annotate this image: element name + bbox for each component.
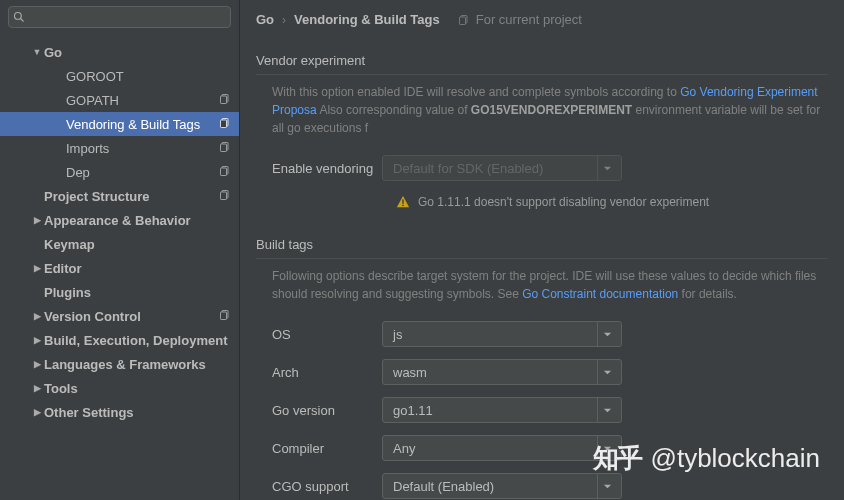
chevron-down-icon [597,360,617,384]
gover-label: Go version [272,403,382,418]
svg-rect-3 [221,96,227,104]
svg-rect-15 [459,17,465,25]
tree-item-imports[interactable]: Imports [0,136,239,160]
project-scope-icon [213,141,231,156]
breadcrumb: Go › Vendoring & Build Tags For current … [240,0,844,39]
arch-value: wasm [393,365,591,380]
tree-item-dep[interactable]: Dep [0,160,239,184]
tree-item-label: GOROOT [66,69,231,84]
cgo-value: Default (Enabled) [393,479,591,494]
tree-arrow-icon: ▶ [30,383,44,393]
env-var-name: GO15VENDOREXPERIMENT [471,103,632,117]
chevron-down-icon [597,322,617,346]
search-icon [13,11,25,23]
svg-rect-13 [221,312,227,320]
tree-item-keymap[interactable]: Keymap [0,232,239,256]
project-scope-icon [213,309,231,324]
chevron-down-icon [597,156,617,180]
tree-item-gopath[interactable]: GOPATH [0,88,239,112]
tree-item-goroot[interactable]: GOROOT [0,64,239,88]
cgo-label: CGO support [272,479,382,494]
arch-select[interactable]: wasm [382,359,622,385]
tree-arrow-icon: ▼ [30,47,44,57]
tree-item-label: Keymap [44,237,231,252]
buildtags-help: Following options describe target system… [256,267,828,315]
tree-item-label: GOPATH [66,93,213,108]
enable-vendoring-select[interactable]: Default for SDK (Enabled) [382,155,622,181]
gover-value: go1.11 [393,403,591,418]
vendor-help-text2: Also corresponding value of [317,103,471,117]
tree-item-label: Project Structure [44,189,213,204]
tree-item-languages-frameworks[interactable]: ▶Languages & Frameworks [0,352,239,376]
tree-item-label: Appearance & Behavior [44,213,231,228]
tree-item-label: Version Control [44,309,213,324]
settings-sidebar: ▼GoGOROOTGOPATHVendoring & Build TagsImp… [0,0,240,500]
buildtags-help-text2: for details. [678,287,737,301]
tree-item-label: Other Settings [44,405,231,420]
project-scope-icon [213,189,231,204]
breadcrumb-current: Vendoring & Build Tags [294,12,440,27]
project-scope-icon [213,117,231,132]
settings-body: Vendor experiment With this option enabl… [240,39,844,500]
tree-item-label: Plugins [44,285,231,300]
tree-arrow-icon: ▶ [30,311,44,321]
tree-item-vendoring-build-tags[interactable]: Vendoring & Build Tags [0,112,239,136]
vendor-help: With this option enabled IDE will resolv… [256,83,828,149]
svg-line-1 [21,19,24,22]
tree-arrow-icon: ▶ [30,335,44,345]
breadcrumb-root[interactable]: Go [256,12,274,27]
project-scope-icon [213,93,231,108]
vendor-help-text: With this option enabled IDE will resolv… [272,85,680,99]
arch-row: Arch wasm [256,353,828,391]
tree-item-tools[interactable]: ▶Tools [0,376,239,400]
cgo-select[interactable]: Default (Enabled) [382,473,622,499]
tree-item-label: Vendoring & Build Tags [66,117,213,132]
svg-rect-9 [221,168,227,176]
svg-rect-5 [221,120,227,128]
compiler-select[interactable]: Any [382,435,622,461]
tree-item-label: Build, Execution, Deployment [44,333,231,348]
cgo-row: CGO support Default (Enabled) [256,467,828,500]
tree-item-go[interactable]: ▼Go [0,40,239,64]
compiler-value: Any [393,441,591,456]
gover-row: Go version go1.11 [256,391,828,429]
tree-item-plugins[interactable]: Plugins [0,280,239,304]
compiler-label: Compiler [272,441,382,456]
tree-item-label: Languages & Frameworks [44,357,231,372]
tree-item-other-settings[interactable]: ▶Other Settings [0,400,239,424]
tree-item-label: Go [44,45,231,60]
enable-vendoring-label: Enable vendoring [272,161,382,176]
tree-arrow-icon: ▶ [30,215,44,225]
buildtags-section: Build tags Following options describe ta… [256,231,828,500]
tree-item-build-execution-deployment[interactable]: ▶Build, Execution, Deployment [0,328,239,352]
vendor-warning-text: Go 1.11.1 doesn't support disabling vend… [418,195,709,209]
tree-arrow-icon: ▶ [30,359,44,369]
tree-item-appearance-behavior[interactable]: ▶Appearance & Behavior [0,208,239,232]
tree-item-version-control[interactable]: ▶Version Control [0,304,239,328]
search-box [8,6,231,28]
enable-vendoring-value: Default for SDK (Enabled) [393,161,591,176]
tree-item-editor[interactable]: ▶Editor [0,256,239,280]
constraint-doc-link[interactable]: Go Constraint documentation [522,287,678,301]
svg-rect-16 [402,199,403,203]
os-select[interactable]: js [382,321,622,347]
breadcrumb-separator: › [282,13,286,27]
chevron-down-icon [597,474,617,498]
enable-vendoring-row: Enable vendoring Default for SDK (Enable… [256,149,828,187]
os-row: OS js [256,315,828,353]
tree-item-project-structure[interactable]: Project Structure [0,184,239,208]
tree-arrow-icon: ▶ [30,407,44,417]
tree-item-label: Tools [44,381,231,396]
svg-rect-7 [221,144,227,152]
vendor-section-header: Vendor experiment [256,47,828,75]
settings-tree: ▼GoGOROOTGOPATHVendoring & Build TagsImp… [0,34,239,500]
gover-select[interactable]: go1.11 [382,397,622,423]
svg-point-0 [15,13,22,20]
search-input[interactable] [8,6,231,28]
vendor-section: Vendor experiment With this option enabl… [256,47,828,223]
project-scope-icon [213,165,231,180]
svg-rect-17 [402,205,403,206]
tree-arrow-icon: ▶ [30,263,44,273]
vendor-warning: Go 1.11.1 doesn't support disabling vend… [256,187,828,223]
warning-icon [396,195,410,209]
